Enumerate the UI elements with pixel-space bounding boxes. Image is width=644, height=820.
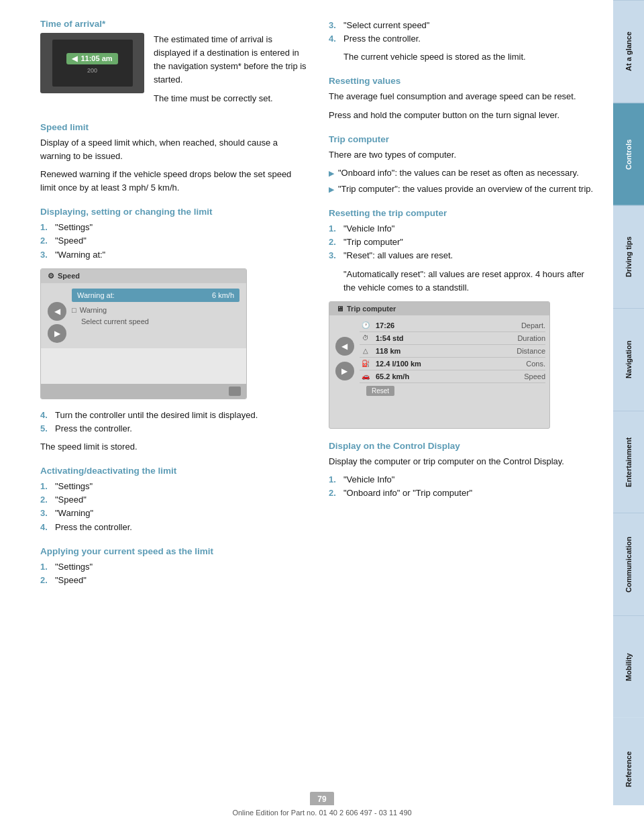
sidebar-tab-communication[interactable]: Communication	[613, 513, 644, 615]
resetting-values-body1: The average fuel consumption and average…	[329, 90, 594, 103]
sidebar-tab-at-a-glance[interactable]: At a glance	[613, 0, 644, 103]
trip-row-4: 🚗 65.2 km/h Speed	[360, 370, 545, 383]
trip-label-0: Depart.	[498, 321, 545, 329]
sidebar-tab-navigation[interactable]: Navigation	[613, 308, 644, 411]
trip-row-2: △ 118 km Distance	[360, 345, 545, 358]
speed-stored-text: The speed limit is stored.	[40, 440, 309, 454]
applying-steps: 1. "Settings" 2. "Speed"	[40, 560, 309, 587]
checkbox-icon: □	[72, 306, 76, 314]
displaying-step-1: 1. "Settings"	[40, 221, 309, 234]
trip-icon-1: ⏱	[360, 334, 372, 343]
deactivate-step-3: 3. "Warning"	[40, 507, 309, 520]
time-of-arrival-section: ◀ 11:05 am 200 The estimated time of arr…	[40, 33, 309, 110]
time-of-arrival-title: Time of arrival*	[40, 19, 309, 29]
displaying-step-3: 3. "Warning at:"	[40, 248, 309, 262]
applying-step-4: 4. Press the controller.	[329, 32, 594, 46]
activating-limit-title: Activating/deactivating the limit	[40, 466, 309, 476]
control-display-steps: 1. "Vehicle Info" 2. "Onboard info" or "…	[329, 473, 594, 500]
sidebar-tab-entertainment[interactable]: Entertainment	[613, 411, 644, 513]
trip-computer-screenshot: 🖥 Trip computer ◀ ▶ 🕐 17:26 Depart. ⏱	[329, 301, 550, 429]
warning-value: 6 km/h	[212, 291, 234, 299]
speed-screenshot-body: ◀ ▶ Warning at: 6 km/h □ Warning Select …	[41, 283, 246, 348]
page-number: 79	[310, 792, 334, 807]
deactivate-steps: 1. "Settings" 2. "Speed" 3. "Warning" 4.…	[40, 480, 309, 534]
resetting-values-title: Resetting values	[329, 76, 594, 86]
speed-nav-controls: ◀ ▶	[48, 302, 66, 343]
displaying-step-5: 5. Press the controller.	[40, 422, 309, 435]
trip-nav-left[interactable]: ◀	[335, 337, 354, 356]
speed-gear-icon: ⚙	[48, 272, 54, 280]
sidebar-tab-mobility[interactable]: Mobility	[613, 615, 644, 718]
trip-row-1: ⏱ 1:54 std Duration	[360, 332, 545, 345]
trip-label-3: Cons.	[498, 360, 545, 368]
bullet-text-2: "Trip computer": the values provide an o…	[338, 183, 593, 196]
deactivate-step-2: 2. "Speed"	[40, 493, 309, 507]
left-column: Time of arrival* ◀ 11:05 am 200 The esti…	[40, 19, 309, 792]
trip-row-0: 🕐 17:26 Depart.	[360, 319, 545, 332]
speed-nav-left[interactable]: ◀	[48, 302, 66, 321]
warning-label: Warning at:	[77, 291, 115, 299]
trip-icon-2: △	[360, 346, 372, 356]
speed-limit-body1: Display of a speed limit which, when rea…	[40, 136, 309, 163]
speed-bottom-bar	[41, 384, 246, 399]
trip-label-1: Duration	[498, 334, 545, 342]
trip-reset-button[interactable]: Reset	[366, 386, 394, 396]
warning-checkbox-row: □ Warning	[72, 306, 239, 314]
trip-row-3: ⛽ 12.4 l/100 km Cons.	[360, 358, 545, 370]
arrival-screenshot: ◀ 11:05 am 200	[40, 33, 144, 93]
resetting-step-2: 2. "Trip computer"	[329, 236, 594, 249]
trip-val-1: 1:54 std	[376, 334, 498, 342]
bullet-onboard-info: ▶ "Onboard info": the values can be rese…	[329, 166, 594, 180]
trip-nav-controls: ◀ ▶	[329, 319, 360, 399]
sidebar: At a glance Controls Driving tips Naviga…	[613, 0, 644, 820]
arrival-arrow-left: ◀	[72, 54, 77, 63]
trip-icon-3: ⛽	[360, 359, 372, 368]
sidebar-tab-driving-tips[interactable]: Driving tips	[613, 205, 644, 308]
applying-step-2: 2. "Speed"	[40, 574, 309, 587]
arrival-time: 11:05 am	[80, 54, 112, 62]
bullet-arrow-1: ▶	[329, 168, 334, 180]
displaying-limit-steps: 1. "Settings" 2. "Speed" 3. "Warning at:…	[40, 221, 309, 261]
bullet-trip-computer: ▶ "Trip computer": the values provide an…	[329, 183, 594, 196]
sidebar-tab-controls[interactable]: Controls	[613, 103, 644, 205]
resetting-trip-steps: 1. "Vehicle Info" 2. "Trip computer" 3. …	[329, 222, 594, 262]
trip-label-2: Distance	[498, 347, 545, 355]
deactivate-step-4: 4. Press the controller.	[40, 521, 309, 534]
checkbox-label: Warning	[80, 306, 107, 314]
applying-steps-cont: 3. "Select current speed" 4. Press the c…	[329, 19, 594, 46]
trip-screenshot-body: ◀ ▶ 🕐 17:26 Depart. ⏱ 1:54 std Duration	[329, 315, 549, 403]
control-display-title: Display on the Control Display	[329, 441, 594, 451]
trip-label-4: Speed	[498, 372, 545, 380]
applying-step-1: 1. "Settings"	[40, 560, 309, 574]
bullet-text-1: "Onboard info": the values can be reset …	[338, 166, 579, 180]
trip-icon-4: 🚗	[360, 372, 372, 381]
auto-reset-note: "Automatically reset": all values are re…	[329, 268, 594, 295]
control-display-step-2: 2. "Onboard info" or "Trip computer"	[329, 486, 594, 500]
speed-main-panel: Warning at: 6 km/h □ Warning Select curr…	[72, 289, 239, 343]
applying-step-3: 3. "Select current speed"	[329, 19, 594, 32]
apply-note: The current vehicle speed is stored as t…	[329, 50, 594, 64]
speed-nav-right[interactable]: ▶	[48, 324, 66, 343]
control-display-step-1: 1. "Vehicle Info"	[329, 473, 594, 486]
trip-computer-body1: There are two types of computer.	[329, 148, 594, 162]
resetting-step-3: 3. "Reset": all values are reset.	[329, 249, 594, 262]
trip-screenshot-header: 🖥 Trip computer	[329, 302, 549, 315]
trip-val-4: 65.2 km/h	[376, 372, 498, 380]
displaying-step-2: 2. "Speed"	[40, 234, 309, 248]
speed-limit-title: Speed limit	[40, 122, 309, 132]
displaying-step-4: 4. Turn the controller until the desired…	[40, 409, 309, 422]
trip-val-0: 17:26	[376, 321, 498, 329]
trip-computer-title: Trip computer	[329, 134, 594, 144]
select-speed-option: Select current speed	[72, 317, 239, 325]
page-footer: Online Edition for Part no. 01 40 2 606 …	[0, 805, 644, 820]
control-display-body1: Display the computer or trip computer on…	[329, 455, 594, 468]
trip-nav-right[interactable]: ▶	[335, 362, 354, 380]
resetting-values-body2: Press and hold the computer button on th…	[329, 109, 594, 122]
footer-copyright: Online Edition for Part no. 01 40 2 606 …	[232, 809, 411, 817]
displaying-limit-title: Displaying, setting or changing the limi…	[40, 207, 309, 217]
trip-val-2: 118 km	[376, 347, 498, 355]
main-content: Time of arrival* ◀ 11:05 am 200 The esti…	[0, 0, 613, 805]
trip-val-3: 12.4 l/100 km	[376, 360, 498, 368]
warning-at-row: Warning at: 6 km/h	[72, 289, 239, 302]
applying-speed-title: Applying your current speed as the limit	[40, 546, 309, 556]
